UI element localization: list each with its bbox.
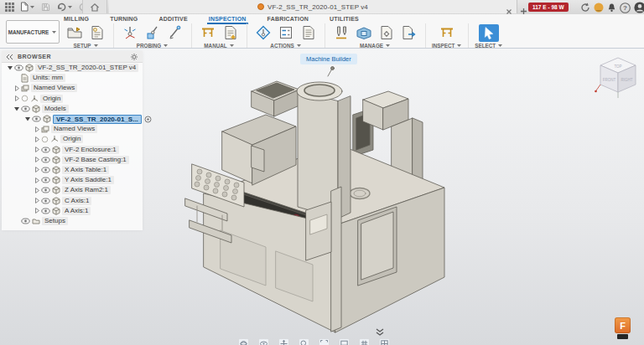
notifications-button[interactable] xyxy=(607,3,616,13)
eye-icon[interactable] xyxy=(41,177,50,183)
tree-item[interactable]: Z Axis Ram2:1 xyxy=(2,185,143,195)
eye-icon[interactable] xyxy=(41,198,50,204)
eye-icon[interactable] xyxy=(41,147,50,153)
component-icon xyxy=(52,156,60,164)
report-doc-button[interactable] xyxy=(221,24,241,42)
tree-item[interactable]: Units: mm xyxy=(2,73,143,83)
tri-closed-icon[interactable] xyxy=(34,146,40,153)
tree-item[interactable]: VF-2 Base Casting:1 xyxy=(2,155,143,165)
tri-closed-icon[interactable] xyxy=(34,177,40,184)
tri-open-icon[interactable] xyxy=(7,64,13,71)
eye-icon[interactable] xyxy=(41,187,50,193)
cnc-machine-3d-model[interactable] xyxy=(172,66,450,342)
tri-closed-icon[interactable] xyxy=(34,197,40,204)
browser-title: BROWSER xyxy=(18,54,126,59)
visibility-icon[interactable] xyxy=(41,136,49,143)
post-doc-button[interactable] xyxy=(377,24,397,42)
machine-library-button[interactable] xyxy=(354,24,374,42)
tri-open-icon[interactable] xyxy=(13,106,20,112)
tree-item[interactable]: Y Axis Saddle:1 xyxy=(2,175,143,185)
ribbon-group-setup: SETUP xyxy=(59,23,114,49)
fit-button[interactable] xyxy=(319,339,329,345)
manual-probe-button[interactable] xyxy=(165,24,185,42)
fusion-watermark: F xyxy=(615,317,631,339)
visibility-icon[interactable] xyxy=(21,95,29,102)
tool-library-button[interactable] xyxy=(331,24,351,42)
workspace-selector-button[interactable]: MANUFACTURE xyxy=(6,20,60,44)
tri-closed-icon[interactable] xyxy=(34,156,40,163)
document-title: VF-2_SS_TR_2020-01_STEP v4 xyxy=(267,3,368,11)
sync-button[interactable] xyxy=(580,3,590,13)
undo-button[interactable] xyxy=(56,3,73,12)
setup-folder-button[interactable] xyxy=(65,24,85,42)
component-icon xyxy=(43,115,51,123)
tree-item[interactable]: Models xyxy=(2,104,143,114)
presence-button[interactable] xyxy=(594,3,604,13)
help-button[interactable]: ? xyxy=(620,3,631,13)
measure-caliper-button[interactable] xyxy=(437,24,457,42)
collapse-navbar-chevron-icon[interactable] xyxy=(374,324,386,339)
tri-open-icon[interactable] xyxy=(24,116,31,122)
tree-item[interactable]: VF-2_SS_TR_2020-01_STEP v4 xyxy=(2,63,143,73)
display-settings-button[interactable] xyxy=(340,339,349,345)
view-cube[interactable]: TOP FRONT RIGHT xyxy=(592,51,644,113)
document-tab[interactable]: VF-2_SS_TR_2020-01_STEP v4 xyxy=(109,0,517,13)
tree-item[interactable]: X Axis Table:1 xyxy=(2,165,143,175)
machine-library-icon xyxy=(356,26,372,40)
tree-item[interactable]: Named Views xyxy=(2,124,143,134)
tree-item[interactable]: Origin xyxy=(2,94,143,104)
tree-item[interactable]: Named Views xyxy=(2,83,143,93)
save-button[interactable] xyxy=(41,3,50,12)
tri-closed-icon[interactable] xyxy=(34,126,40,133)
grid-settings-button[interactable] xyxy=(360,339,369,345)
tree-item[interactable]: C Axis:1 xyxy=(2,195,143,205)
tree-item-label: Models xyxy=(42,105,69,113)
tree-item[interactable]: A Axis:1 xyxy=(2,206,143,216)
ground-icon[interactable] xyxy=(144,116,152,123)
gcode-compare-button[interactable] xyxy=(276,24,296,42)
eye-icon[interactable] xyxy=(14,64,23,71)
tri-closed-icon[interactable] xyxy=(34,187,40,194)
orbit-button[interactable] xyxy=(239,339,248,345)
probe-geometry-icon xyxy=(145,25,160,40)
tri-closed-icon[interactable] xyxy=(34,207,40,214)
select-cursor-button[interactable] xyxy=(479,24,499,42)
job-status-badge[interactable]: 117 E - 98 W xyxy=(528,3,569,12)
tri-closed-icon[interactable] xyxy=(34,166,40,173)
probe-geometry-button[interactable] xyxy=(143,24,163,42)
tri-closed-icon[interactable] xyxy=(13,95,20,102)
pan-button[interactable] xyxy=(279,339,288,345)
apps-grid-button[interactable] xyxy=(5,3,14,12)
component-icon xyxy=(32,105,40,113)
eye-icon[interactable] xyxy=(32,116,41,122)
tree-item-label: VF-2 Base Casting:1 xyxy=(62,156,129,164)
tree-item[interactable]: Origin xyxy=(2,134,143,144)
results-doc-button[interactable] xyxy=(299,24,319,42)
machine-builder-chip[interactable]: Machine Builder xyxy=(300,54,357,64)
probe-wcs-button[interactable] xyxy=(120,24,140,42)
viewport-canvas[interactable]: Machine Builder TOP FRONT RIGHT BROWSER … xyxy=(0,48,644,345)
gear-icon[interactable] xyxy=(130,53,138,61)
export-doc-button[interactable] xyxy=(399,24,419,42)
account-button[interactable] xyxy=(634,2,644,13)
home-tab[interactable] xyxy=(82,0,107,13)
gcode-doc-button[interactable] xyxy=(87,24,107,42)
eye-icon[interactable] xyxy=(21,106,30,112)
origin-icon xyxy=(30,95,39,103)
eye-icon[interactable] xyxy=(41,157,50,163)
tree-item[interactable]: Setups xyxy=(2,216,143,226)
eye-icon[interactable] xyxy=(41,167,50,173)
tri-closed-icon[interactable] xyxy=(13,85,20,92)
tri-closed-icon[interactable] xyxy=(34,136,40,143)
probe-shield-button[interactable] xyxy=(253,24,273,42)
tree-item[interactable]: VF-2 Enclosure:1 xyxy=(2,145,143,155)
file-menu-button[interactable] xyxy=(20,2,35,12)
eye-icon[interactable] xyxy=(41,208,50,214)
viewports-button[interactable] xyxy=(380,339,389,345)
inspect-caliper-button[interactable] xyxy=(198,24,218,42)
eye-icon[interactable] xyxy=(21,218,30,224)
look-at-button[interactable] xyxy=(259,339,268,345)
tree-item[interactable]: VF-2_SS_TR_2020-01_S... xyxy=(2,114,143,124)
zoom-button[interactable] xyxy=(299,339,309,345)
collapse-panel-icon[interactable] xyxy=(6,54,13,60)
